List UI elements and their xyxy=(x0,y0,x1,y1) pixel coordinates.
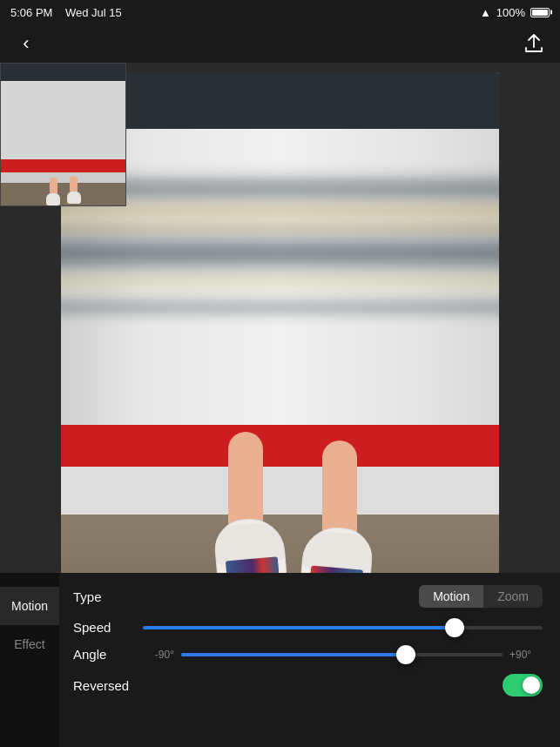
share-button[interactable] xyxy=(520,30,548,57)
tab-motion[interactable]: Motion xyxy=(0,587,59,625)
toggle-thumb xyxy=(523,676,540,694)
train-photo xyxy=(61,72,499,628)
tab-effect[interactable]: Effect xyxy=(0,625,59,663)
angle-max-label: +90° xyxy=(509,649,543,661)
status-time-date: 5:06 PM Wed Jul 15 xyxy=(10,6,122,19)
thumbnail-preview[interactable] xyxy=(0,63,126,206)
reversed-toggle[interactable] xyxy=(503,674,543,697)
type-button-group: Motion Zoom xyxy=(419,585,543,608)
speed-slider-track[interactable] xyxy=(143,626,543,629)
main-photo xyxy=(61,72,499,628)
time-display: 5:06 PM xyxy=(10,6,52,19)
back-button[interactable]: ‹ xyxy=(12,30,40,57)
speed-label: Speed xyxy=(73,620,134,635)
battery-percentage: 100% xyxy=(496,6,525,19)
reversed-label: Reversed xyxy=(73,678,503,693)
angle-control-row: Angle -90° +90° xyxy=(73,647,543,662)
type-control-row: Type Motion Zoom xyxy=(73,585,543,608)
type-label: Type xyxy=(73,589,134,604)
angle-label: Angle xyxy=(73,647,134,662)
wifi-icon: ▲ xyxy=(480,6,491,19)
angle-slider-track[interactable] xyxy=(181,653,503,656)
speed-control-row: Speed xyxy=(73,620,543,635)
type-zoom-button[interactable]: Zoom xyxy=(483,585,543,608)
reversed-control-row: Reversed xyxy=(73,674,543,697)
bottom-panel: Motion Effect Type Motion Zoom Speed Ang… xyxy=(0,573,560,747)
battery-icon xyxy=(530,8,550,17)
top-toolbar: ‹ xyxy=(0,24,560,63)
nav-tabs: Motion Effect xyxy=(0,573,59,747)
status-indicators: ▲ 100% xyxy=(480,6,550,19)
status-bar: 5:06 PM Wed Jul 15 ▲ 100% xyxy=(0,0,560,24)
date-display: Wed Jul 15 xyxy=(65,6,122,19)
type-motion-button[interactable]: Motion xyxy=(419,585,483,608)
angle-min-label: -90° xyxy=(141,649,174,661)
controls-area: Type Motion Zoom Speed Angle -90° +90° xyxy=(59,573,560,747)
thumbnail-image xyxy=(1,64,125,205)
